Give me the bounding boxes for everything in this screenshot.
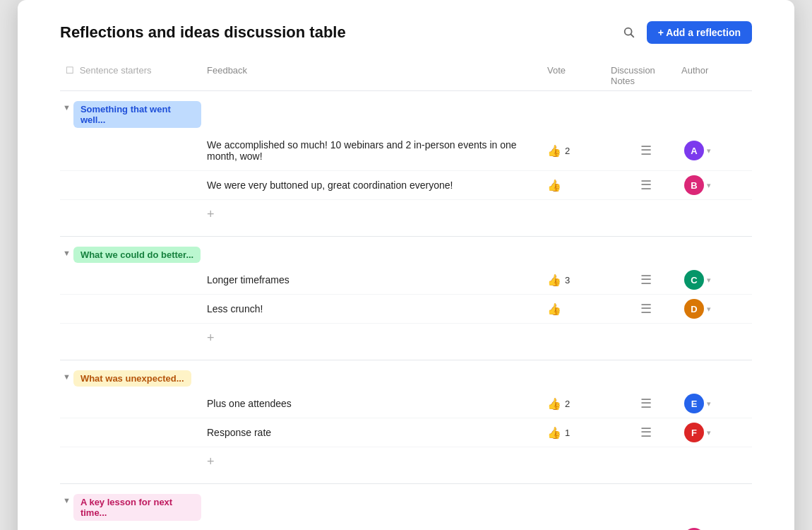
notes-icon-0-0: ☰ xyxy=(640,143,652,158)
add-row-2: + xyxy=(60,447,752,476)
main-window: Reflections and ideas discussion table +… xyxy=(18,0,794,530)
section-label-text-2: What was unexpected... xyxy=(73,370,191,387)
notes-icon-1-0: ☰ xyxy=(640,272,652,288)
avatar-2-1: F xyxy=(684,423,704,442)
avatar-1-1: D xyxy=(684,299,704,319)
avatar-1-0: C xyxy=(684,270,704,290)
thumbs-up-icon-0-1: 👍 xyxy=(547,179,561,192)
add-row-empty-0 xyxy=(60,203,201,226)
col-sentence-starters: ☐ Sentence starters xyxy=(66,65,207,86)
feedback-row-1-0: Longer timeframes👍3☰C▾ xyxy=(60,266,752,295)
section-label-cell-3: ▼A key lesson for next time... xyxy=(60,494,201,521)
section-label-cell-1: ▼What we could do better... xyxy=(60,247,201,263)
col-discussion-notes: Discussion Notes xyxy=(611,65,681,86)
section-label-row-2: ▼What was unexpected... xyxy=(60,367,752,389)
thumbs-up-icon-2-0: 👍 xyxy=(547,397,561,411)
author-cell-0-1[interactable]: B▾ xyxy=(681,175,752,195)
thumbs-up-icon-0-0: 👍 xyxy=(547,144,561,158)
section-label-text-0: Something that went well... xyxy=(73,101,201,128)
notes-cell-2-0[interactable]: ☰ xyxy=(611,396,681,411)
notes-cell-0-0[interactable]: ☰ xyxy=(611,143,681,158)
section-label-row-1: ▼What we could do better... xyxy=(60,244,752,266)
add-feedback-button-2[interactable]: + xyxy=(201,450,752,473)
search-icon xyxy=(623,26,635,39)
feedback-row-3-0: Incentivize plus ones!👍5☰G▾ xyxy=(60,524,752,530)
section-1: ▼What we could do better...Longer timefr… xyxy=(60,237,752,360)
notes-cell-0-1[interactable]: ☰ xyxy=(611,177,681,193)
feedback-text-2-0: Plus one attendees xyxy=(201,392,547,415)
vote-count-0-0: 2 xyxy=(565,146,570,156)
author-cell-1-1[interactable]: D▾ xyxy=(681,299,752,319)
author-cell-2-0[interactable]: E▾ xyxy=(681,394,752,413)
notes-icon-2-0: ☰ xyxy=(640,396,652,411)
add-row-empty-1 xyxy=(60,326,201,350)
vote-cell-1-0[interactable]: 👍3 xyxy=(547,273,611,287)
feedback-text-1-1: Less crunch! xyxy=(201,298,547,320)
vote-count-2-0: 2 xyxy=(565,399,570,409)
svg-line-1 xyxy=(631,34,633,37)
feedback-row-2-0: Plus one attendees👍2☰E▾ xyxy=(60,389,752,418)
col-vote: Vote xyxy=(547,65,611,86)
author-cell-1-0[interactable]: C▾ xyxy=(681,270,752,290)
feedback-text-2-1: Response rate xyxy=(201,421,547,444)
sections-container: ▼Something that went well...We accomplis… xyxy=(60,91,752,530)
author-cell-0-0[interactable]: A▾ xyxy=(681,141,752,160)
author-chevron-2-0: ▾ xyxy=(707,399,711,408)
feedback-text-0-1: We were very buttoned up, great coordina… xyxy=(201,174,547,196)
thumbs-up-icon-1-0: 👍 xyxy=(547,273,561,287)
notes-cell-2-1[interactable]: ☰ xyxy=(611,425,681,440)
thumbs-up-icon-2-1: 👍 xyxy=(547,426,561,440)
chevron-icon-0[interactable]: ▼ xyxy=(63,103,71,112)
section-label-cell-0: ▼Something that went well... xyxy=(60,101,201,128)
chevron-icon-1[interactable]: ▼ xyxy=(63,249,71,257)
section-0: ▼Something that went well...We accomplis… xyxy=(60,91,752,237)
feedback-row-0-0: We accomplished so much! 10 webinars and… xyxy=(60,131,752,171)
notes-cell-1-1[interactable]: ☰ xyxy=(611,301,681,317)
notes-cell-1-0[interactable]: ☰ xyxy=(611,272,681,288)
vote-cell-2-1[interactable]: 👍1 xyxy=(547,426,611,440)
avatar-0-1: B xyxy=(684,175,704,195)
notes-icon-2-1: ☰ xyxy=(640,425,652,440)
vote-cell-0-1[interactable]: 👍 xyxy=(547,179,611,192)
add-row-0: + xyxy=(60,200,752,229)
vote-cell-2-0[interactable]: 👍2 xyxy=(547,397,611,411)
section-2: ▼What was unexpected...Plus one attendee… xyxy=(60,360,752,484)
feedback-text-0-0: We accomplished so much! 10 webinars and… xyxy=(201,134,547,167)
author-chevron-0-1: ▾ xyxy=(707,181,711,190)
notes-icon-1-1: ☰ xyxy=(640,301,652,317)
add-row-empty-2 xyxy=(60,450,201,473)
chevron-icon-3[interactable]: ▼ xyxy=(63,496,71,505)
author-cell-2-1[interactable]: F▾ xyxy=(681,423,752,442)
add-row-1: + xyxy=(60,324,752,353)
add-feedback-button-0[interactable]: + xyxy=(201,203,752,226)
header-actions: + Add a reflection xyxy=(619,21,752,44)
author-chevron-1-1: ▾ xyxy=(707,305,711,314)
page-title: Reflections and ideas discussion table xyxy=(60,23,346,42)
section-label-text-3: A key lesson for next time... xyxy=(73,494,201,521)
feedback-row-0-1: We were very buttoned up, great coordina… xyxy=(60,171,752,200)
feedback-row-1-1: Less crunch!👍☰D▾ xyxy=(60,295,752,324)
avatar-2-0: E xyxy=(684,394,704,413)
author-chevron-0-0: ▾ xyxy=(707,146,711,155)
author-chevron-2-1: ▾ xyxy=(707,428,711,437)
table-header: ☐ Sentence starters Feedback Vote Discus… xyxy=(60,61,752,91)
section-label-cell-2: ▼What was unexpected... xyxy=(60,370,201,387)
thumbs-up-icon-1-1: 👍 xyxy=(547,302,561,316)
vote-cell-1-1[interactable]: 👍 xyxy=(547,302,611,316)
search-button[interactable] xyxy=(619,22,640,43)
add-reflection-button[interactable]: + Add a reflection xyxy=(647,21,752,44)
notes-icon-0-1: ☰ xyxy=(640,177,652,193)
col-feedback: Feedback xyxy=(207,65,547,86)
section-label-row-3: ▼A key lesson for next time... xyxy=(60,491,752,524)
section-label-row-0: ▼Something that went well... xyxy=(60,98,752,131)
section-label-text-1: What we could do better... xyxy=(73,247,201,263)
vote-cell-0-0[interactable]: 👍2 xyxy=(547,144,611,158)
feedback-row-2-1: Response rate👍1☰F▾ xyxy=(60,418,752,447)
feedback-text-1-0: Longer timeframes xyxy=(201,269,547,291)
chevron-icon-2[interactable]: ▼ xyxy=(63,372,71,381)
col-author: Author xyxy=(681,65,752,86)
avatar-0-0: A xyxy=(684,141,704,160)
vote-count-2-1: 1 xyxy=(565,428,570,438)
add-feedback-button-1[interactable]: + xyxy=(201,326,752,350)
author-chevron-1-0: ▾ xyxy=(707,276,711,285)
